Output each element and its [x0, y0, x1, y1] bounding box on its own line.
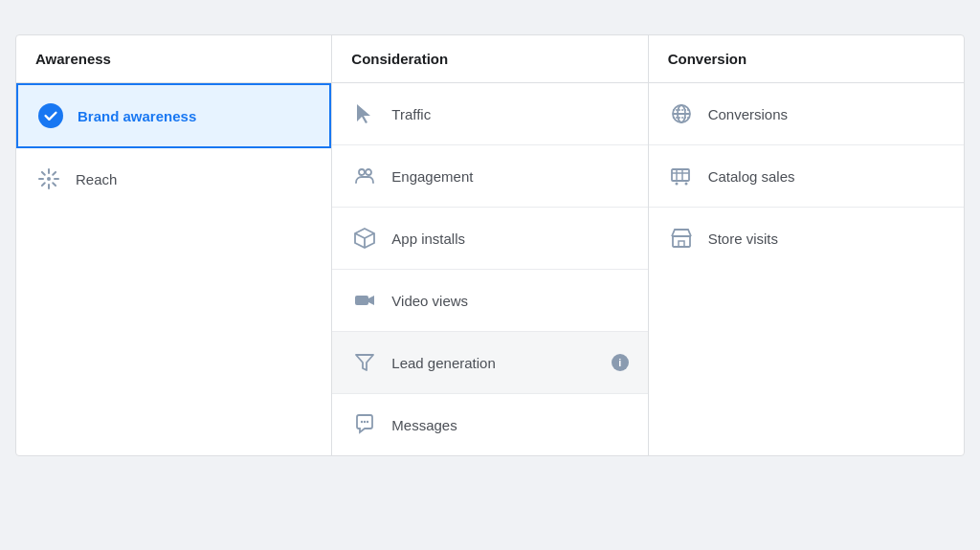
option-video-views[interactable]: Video views	[332, 270, 647, 332]
option-reach[interactable]: Reach	[16, 148, 331, 209]
column-conversion: ConversionConversionsCatalog salesStore …	[649, 35, 964, 455]
svg-point-1	[47, 177, 51, 181]
box-icon	[351, 225, 378, 252]
svg-point-26	[675, 183, 678, 186]
option-traffic[interactable]: Traffic	[332, 83, 647, 145]
cursor-icon	[351, 100, 378, 127]
option-messages[interactable]: Messages	[332, 394, 647, 455]
cart-icon	[668, 163, 695, 189]
option-label-conversions: Conversions	[708, 106, 945, 122]
svg-point-0	[38, 103, 63, 128]
columns-container: AwarenessBrand awarenessReachConsiderati…	[16, 35, 964, 455]
column-header-awareness: Awareness	[16, 35, 331, 83]
svg-line-9	[42, 183, 45, 186]
option-label-messages: Messages	[391, 417, 628, 433]
svg-line-13	[365, 233, 374, 238]
option-label-catalog-sales: Catalog sales	[708, 168, 945, 185]
option-store-visits[interactable]: Store visits	[649, 208, 964, 269]
filter-icon	[351, 349, 378, 376]
svg-rect-15	[355, 296, 368, 305]
column-header-conversion: Conversion	[649, 35, 964, 83]
video-icon	[351, 287, 378, 314]
svg-point-18	[367, 421, 368, 423]
column-consideration: ConsiderationTrafficEngagementApp instal…	[332, 35, 648, 455]
page-header	[0, 0, 980, 34]
globe-icon	[668, 100, 695, 127]
option-label-app-installs: App installs	[391, 231, 628, 247]
objective-selector: AwarenessBrand awarenessReachConsiderati…	[15, 34, 965, 456]
option-label-engagement: Engagement	[391, 168, 628, 185]
option-lead-generation[interactable]: Lead generationi	[332, 332, 647, 394]
option-label-reach: Reach	[76, 171, 312, 187]
svg-line-6	[42, 172, 45, 175]
store-icon	[668, 225, 695, 252]
column-awareness: AwarenessBrand awarenessReach	[16, 35, 332, 455]
svg-line-7	[53, 183, 56, 186]
option-label-brand-awareness: Brand awareness	[78, 108, 310, 124]
reach-icon	[35, 165, 62, 192]
option-brand-awareness[interactable]: Brand awareness	[16, 83, 331, 148]
svg-rect-24	[672, 169, 689, 181]
info-icon[interactable]: i	[612, 354, 629, 371]
svg-point-10	[359, 169, 365, 175]
svg-line-8	[53, 172, 56, 175]
svg-point-16	[361, 421, 363, 423]
engagement-icon	[351, 163, 378, 189]
option-label-video-views: Video views	[391, 293, 628, 309]
option-label-traffic: Traffic	[391, 106, 628, 122]
svg-point-27	[684, 183, 687, 186]
option-catalog-sales[interactable]: Catalog sales	[649, 145, 964, 208]
chat-icon	[351, 411, 378, 438]
svg-line-12	[355, 233, 365, 238]
option-label-store-visits: Store visits	[708, 231, 945, 247]
check-circle-icon	[37, 102, 64, 129]
svg-point-17	[364, 421, 366, 423]
svg-point-11	[366, 169, 371, 175]
option-app-installs[interactable]: App installs	[332, 208, 647, 270]
option-label-lead-generation: Lead generation	[391, 355, 597, 371]
option-conversions[interactable]: Conversions	[649, 83, 964, 145]
column-header-consideration: Consideration	[332, 35, 647, 83]
option-engagement[interactable]: Engagement	[332, 145, 647, 208]
